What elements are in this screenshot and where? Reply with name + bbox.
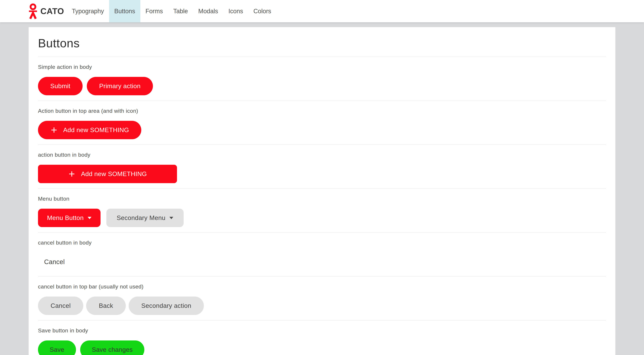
back-button[interactable]: Back (86, 297, 126, 315)
main-nav: Typography Buttons Forms Table Modals Ic… (67, 0, 276, 22)
page-background: Buttons Simple action in body Submit Pri… (0, 22, 644, 355)
section-label: Action button in top area (and with icon… (38, 108, 606, 114)
plus-icon (68, 170, 76, 178)
button-label: Secondary Menu (117, 214, 166, 221)
menu-button[interactable]: Menu Button (38, 209, 100, 227)
nav-tab-modals[interactable]: Modals (193, 0, 223, 22)
caret-down-icon (88, 217, 92, 219)
button-label: Add new SOMETHING (81, 170, 147, 177)
section-cancel-topbar: cancel button in top bar (usually not us… (38, 284, 606, 321)
button-row: Cancel Back Secondary action (38, 297, 606, 315)
button-label: Cancel (44, 258, 65, 266)
section-body-action: action button in body Add new SOMETHING (38, 152, 606, 189)
secondary-action-button[interactable]: Secondary action (129, 297, 204, 315)
caret-down-icon (170, 217, 173, 219)
brand-name: CATO (40, 6, 64, 16)
section-menu-button: Menu button Menu Button Secondary Menu (38, 196, 606, 233)
section-label: cancel button in body (38, 240, 606, 246)
section-top-area-action: Action button in top area (and with icon… (38, 108, 606, 145)
button-row: Save Save changes (38, 341, 606, 355)
section-label: cancel button in top bar (usually not us… (38, 284, 606, 290)
nav-tab-typography[interactable]: Typography (67, 0, 109, 22)
button-row: Submit Primary action (38, 77, 606, 95)
nav-tab-colors[interactable]: Colors (248, 0, 276, 22)
add-new-body-button[interactable]: Add new SOMETHING (38, 165, 177, 183)
nav-tab-forms[interactable]: Forms (140, 0, 168, 22)
button-label: Primary action (99, 82, 140, 90)
button-label: Submit (50, 82, 70, 90)
button-label: Save changes (92, 346, 133, 353)
page-title: Buttons (38, 36, 606, 50)
top-nav-bar: CATO Typography Buttons Forms Table Moda… (0, 0, 644, 22)
button-row: Cancel (38, 253, 606, 271)
button-label: Cancel (50, 302, 71, 309)
cancel-button[interactable]: Cancel (38, 297, 83, 315)
content-panel: Buttons Simple action in body Submit Pri… (28, 27, 616, 355)
brand: CATO (29, 0, 64, 22)
save-button[interactable]: Save (38, 341, 76, 355)
divider (38, 56, 606, 57)
cato-logo-icon (29, 3, 37, 19)
button-label: Secondary action (141, 302, 191, 309)
button-label: Menu Button (47, 214, 84, 221)
plus-icon (50, 126, 58, 134)
button-label: Add new SOMETHING (63, 126, 129, 134)
button-row: Add new SOMETHING (38, 121, 606, 139)
nav-tab-icons[interactable]: Icons (223, 0, 248, 22)
section-label: Simple action in body (38, 64, 606, 70)
button-row: Menu Button Secondary Menu (38, 209, 606, 227)
primary-action-button[interactable]: Primary action (87, 77, 153, 95)
nav-tab-buttons[interactable]: Buttons (109, 0, 140, 22)
section-label: Save button in body (38, 327, 606, 334)
save-changes-button[interactable]: Save changes (80, 341, 144, 355)
section-label: action button in body (38, 152, 606, 158)
section-simple-action: Simple action in body Submit Primary act… (38, 64, 606, 101)
nav-tab-table[interactable]: Table (168, 0, 193, 22)
button-label: Save (50, 346, 64, 353)
section-cancel-body: cancel button in body Cancel (38, 240, 606, 277)
section-label: Menu button (38, 196, 606, 202)
section-save-body: Save button in body Save Save changes (38, 327, 606, 355)
add-new-top-button[interactable]: Add new SOMETHING (38, 121, 141, 139)
secondary-menu-button[interactable]: Secondary Menu (106, 209, 184, 227)
button-label: Back (99, 302, 113, 309)
submit-button[interactable]: Submit (38, 77, 82, 95)
button-row: Add new SOMETHING (38, 165, 606, 183)
cancel-text-button[interactable]: Cancel (44, 253, 65, 271)
